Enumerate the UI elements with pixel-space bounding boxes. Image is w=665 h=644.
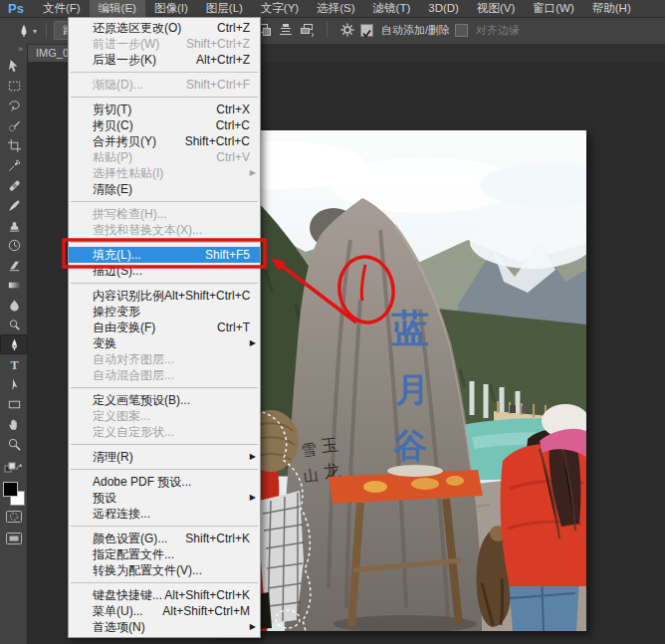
menu-item-define-custom-shape[interactable]: 定义自定形状...: [69, 424, 260, 440]
menu-item-shortcut: Shift+Ctrl+Z: [186, 36, 250, 52]
menu-item-cut[interactable]: 剪切(T)Ctrl+X: [69, 102, 260, 117]
menubar-item-image[interactable]: 图像(I): [145, 0, 197, 17]
move-tool[interactable]: [0, 56, 28, 76]
menubar-item-view[interactable]: 视图(V): [468, 0, 524, 17]
divider: [46, 23, 47, 39]
menu-item-preferences[interactable]: 首选项(N)▶: [69, 619, 260, 635]
menu-item-label: 拷贝(C): [93, 117, 133, 133]
svg-text:T: T: [10, 358, 18, 372]
align-edges-checkbox[interactable]: [455, 24, 468, 37]
path-selection-tool[interactable]: [0, 374, 28, 394]
tool-palette: » T: [0, 44, 28, 644]
path-alignment-icon[interactable]: [278, 22, 294, 38]
menu-item-shortcut: Shift+Ctrl+C: [185, 133, 250, 149]
menu-item-label: 操控变形: [93, 304, 140, 320]
zoom-tool[interactable]: [0, 434, 28, 454]
auto-add-delete-checkbox[interactable]: [360, 24, 373, 37]
marquee-tool[interactable]: [0, 76, 28, 96]
default-swap-colors-icon[interactable]: [4, 460, 24, 478]
menu-item-label: 转换为配置文件(V)...: [93, 562, 202, 578]
lasso-tool[interactable]: [0, 96, 28, 115]
menubar-item-file[interactable]: 文件(F): [34, 0, 90, 17]
gradient-tool[interactable]: [0, 275, 28, 295]
eyedropper-tool[interactable]: [0, 155, 28, 175]
menu-item-shortcut: Shift+F5: [205, 247, 250, 263]
menu-item-fill[interactable]: 填充(L)...Shift+F5: [69, 247, 260, 263]
menu-item-label: 首选项(N): [93, 619, 145, 635]
menu-item-step-forward[interactable]: 前进一步(W)Shift+Ctrl+Z: [69, 36, 260, 52]
pen-tool-preset-icon[interactable]: [16, 23, 32, 39]
menubar-item-select[interactable]: 选择(S): [308, 0, 363, 17]
menu-item-label: 自动混合图层...: [93, 367, 174, 383]
menu-item-check-spelling[interactable]: 拼写检查(H)...: [69, 206, 260, 222]
clone-stamp-tool[interactable]: [0, 215, 28, 235]
gear-icon[interactable]: [339, 22, 355, 38]
path-arrangement-icon[interactable]: [299, 22, 315, 38]
menubar-item-type[interactable]: 文字(Y): [252, 0, 308, 17]
menu-item-label: 定义画笔预设(B)...: [93, 392, 190, 408]
pen-tool[interactable]: [0, 334, 28, 354]
menu-item-define-pattern[interactable]: 定义图案...: [69, 408, 260, 424]
menu-item-free-transform[interactable]: 自由变换(F)Ctrl+T: [69, 320, 260, 335]
submenu-arrow-icon: ▶: [250, 165, 256, 181]
foreground-color-swatch[interactable]: [3, 482, 18, 497]
menu-item-stroke[interactable]: 描边(S)...: [69, 263, 260, 279]
photo-document[interactable]: 蓝 月 谷 玉 龙 雪 山: [211, 130, 586, 631]
brush-tool[interactable]: [0, 195, 28, 215]
menubar-item-3d[interactable]: 3D(D): [419, 0, 468, 17]
menubar-item-layer[interactable]: 图层(L): [197, 0, 252, 17]
menu-item-clear[interactable]: 清除(E): [69, 181, 260, 197]
healing-brush-tool[interactable]: [0, 175, 28, 195]
blur-tool[interactable]: [0, 295, 28, 315]
menubar-item-filter[interactable]: 滤镜(T): [364, 0, 420, 17]
menu-separator: [71, 469, 258, 470]
menubar-item-window[interactable]: 窗口(W): [524, 0, 583, 17]
menu-item-assign-profile[interactable]: 指定配置文件...: [69, 546, 260, 562]
menu-item-step-backward[interactable]: 后退一步(K)Alt+Ctrl+Z: [69, 52, 260, 68]
menu-item-shortcut: Ctrl+T: [217, 320, 250, 335]
menu-item-keyboard-shortcuts[interactable]: 键盘快捷键...Alt+Shift+Ctrl+K: [69, 587, 260, 603]
dodge-tool[interactable]: [0, 315, 28, 334]
menu-item-define-brush-preset[interactable]: 定义画笔预设(B)...: [69, 392, 260, 408]
menu-item-puppet-warp[interactable]: 操控变形: [69, 304, 260, 320]
menu-item-transform[interactable]: 变换▶: [69, 335, 260, 351]
crop-tool[interactable]: [0, 135, 28, 155]
menu-item-fade[interactable]: 渐隐(D)...Shift+Ctrl+F: [69, 77, 260, 93]
menu-item-paste-special[interactable]: 选择性粘贴(I)▶: [69, 165, 260, 181]
chevron-down-icon[interactable]: ▾: [33, 27, 37, 36]
menu-item-auto-align-layers[interactable]: 自动对齐图层...: [69, 351, 260, 367]
color-swatches[interactable]: [3, 482, 25, 506]
eraser-tool[interactable]: [0, 255, 28, 275]
stone-small-character-1: 玉: [321, 435, 339, 456]
menu-item-label: 预设: [93, 490, 116, 506]
menu-item-undo[interactable]: 还原选区更改(O)Ctrl+Z: [69, 20, 260, 36]
menu-item-copy-merged[interactable]: 合并拷贝(Y)Shift+Ctrl+C: [69, 133, 260, 149]
menu-item-shortcut: Alt+Shift+Ctrl+M: [162, 603, 250, 619]
palette-collapse-button[interactable]: »: [0, 44, 27, 56]
menu-item-paste[interactable]: 粘贴(P)Ctrl+V: [69, 149, 260, 165]
menubar-item-edit[interactable]: 编辑(E): [90, 0, 145, 17]
menubar-item-help[interactable]: 帮助(H): [583, 0, 640, 17]
history-brush-tool[interactable]: [0, 235, 28, 255]
menu-item-adobe-pdf-presets[interactable]: Adobe PDF 预设...: [69, 474, 260, 490]
quick-mask-icon[interactable]: [5, 510, 23, 528]
stone-character-2: 月: [394, 370, 429, 408]
menu-item-color-settings[interactable]: 颜色设置(G)...Shift+Ctrl+K: [69, 531, 260, 546]
screen-mode-icon[interactable]: [5, 532, 23, 549]
hand-tool[interactable]: [0, 414, 28, 434]
menu-item-auto-blend-layers[interactable]: 自动混合图层...: [69, 367, 260, 383]
menu-item-convert-to-profile[interactable]: 转换为配置文件(V)...: [69, 562, 260, 578]
type-tool[interactable]: T: [0, 354, 28, 374]
menu-item-purge[interactable]: 清理(R)▶: [69, 449, 260, 465]
quick-selection-tool[interactable]: [0, 115, 28, 135]
divider: [327, 22, 328, 38]
menu-item-copy[interactable]: 拷贝(C)Ctrl+C: [69, 117, 260, 133]
menu-item-remote-connections[interactable]: 远程连接...: [69, 506, 260, 522]
menu-item-menus[interactable]: 菜单(U)...Alt+Shift+Ctrl+M: [69, 603, 260, 619]
menu-item-find-replace-text[interactable]: 查找和替换文本(X)...: [69, 222, 260, 238]
menu-item-label: 清理(R): [93, 449, 133, 465]
object-on-bench: [387, 465, 443, 477]
menu-item-content-aware-scale[interactable]: 内容识别比例Alt+Shift+Ctrl+C: [69, 288, 260, 304]
menu-item-presets[interactable]: 预设▶: [69, 490, 260, 506]
shape-tool[interactable]: [0, 394, 28, 414]
